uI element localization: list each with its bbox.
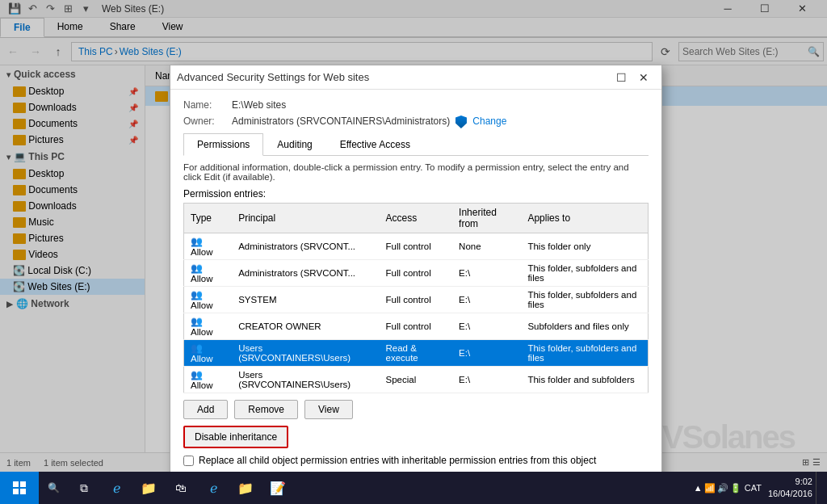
tray-speaker-icon: 🔊 [717,483,728,494]
shield-icon [455,116,467,128]
start-button[interactable] [0,472,39,504]
owner-label: Owner: [183,116,232,128]
dialog-title: Advanced Security Settings for Web sites [177,71,610,83]
tab-permissions[interactable]: Permissions [183,133,263,156]
taskbar-time[interactable]: 9:02 16/04/2016 [768,476,812,501]
add-button[interactable]: Add [183,400,228,419]
taskbar-task-view-btn[interactable]: ⧉ [68,472,100,504]
user-group-icon [191,369,204,380]
table-header-row: Type Principal Access Inherited from App… [184,204,649,233]
tab-auditing[interactable]: Auditing [263,133,325,156]
taskbar-explorer-btn[interactable]: 📁 [132,472,165,504]
view-button[interactable]: View [304,400,353,419]
dialog-action-buttons: Add Remove View [183,400,649,419]
dialog-close-btn[interactable]: ✕ [632,67,655,88]
col-inherited: Inherited from [452,204,521,233]
user-group-icon [191,236,204,247]
tray-battery-icon: 🔋 [730,483,741,494]
user-group-icon [191,316,204,327]
dialog-tabs: Permissions Auditing Effective Access [183,133,649,156]
dialog-description: For additional information, double-click… [183,162,649,182]
svg-rect-3 [20,489,26,494]
col-access: Access [379,204,452,233]
taskbar-search-btn[interactable]: 🔍 [39,472,68,504]
replace-checkbox[interactable] [183,456,194,466]
dialog-body: Name: E:\Web sites Owner: Administrators… [170,90,661,504]
language-indicator[interactable]: CAT [745,483,762,493]
advanced-security-dialog: Advanced Security Settings for Web sites… [170,65,662,504]
user-group-icon [191,342,204,354]
svg-rect-2 [13,489,19,494]
tray-icons: ▲ 📶 🔊 🔋 [694,483,741,494]
col-applies: Applies to [521,204,648,233]
owner-value: Administrators (SRVCONTAINERS\Administra… [232,116,649,128]
col-principal: Principal [232,204,379,233]
taskbar: 🔍 ⧉ ℯ 📁 🛍 ℯ 📁 📝 ▲ 📶 🔊 🔋 CAT 9:02 16/04/2… [0,472,827,504]
dialog-title-bar: Advanced Security Settings for Web sites… [170,65,661,90]
svg-rect-1 [20,481,26,487]
replace-checkbox-label: Replace all child object permission entr… [199,455,596,466]
permission-entries-label: Permission entries: [183,188,649,200]
name-label: Name: [183,99,232,111]
taskbar-tray: ▲ 📶 🔊 🔋 CAT 9:02 16/04/2016 [687,472,827,504]
taskbar-ie-btn[interactable]: ℯ [197,472,229,504]
windows-logo-icon [13,481,26,494]
tray-network-icon: 📶 [704,483,716,494]
tab-effective-access[interactable]: Effective Access [326,133,424,156]
taskbar-another-btn[interactable]: 📁 [229,472,262,504]
dialog-title-controls: ☐ ✕ [610,67,655,88]
dialog-maximize-btn[interactable]: ☐ [610,67,632,88]
table-row[interactable]: Allow Administrators (SRVCONT... Full co… [184,233,649,260]
taskbar-edge-btn[interactable]: ℯ [100,472,132,504]
user-group-icon [191,289,204,300]
dialog-name-row: Name: E:\Web sites [183,99,649,111]
table-row[interactable]: Allow Users (SRVCONTAINERS\Users) Specia… [184,367,649,393]
permission-table: Type Principal Access Inherited from App… [183,203,649,393]
taskbar-store-btn[interactable]: 🛍 [165,472,197,504]
taskbar-notes-btn[interactable]: 📝 [262,472,294,504]
user-group-icon [191,262,204,274]
col-type: Type [184,204,233,233]
table-row[interactable]: Allow SYSTEM Full control E:\ This folde… [184,287,649,313]
replace-checkbox-row: Replace all child object permission entr… [183,455,649,466]
change-link[interactable]: Change [472,116,506,127]
svg-rect-0 [13,481,19,487]
table-row[interactable]: Allow Administrators (SRVCONT... Full co… [184,260,649,287]
name-value: E:\Web sites [232,99,649,111]
table-row[interactable]: Allow Users (SRVCONTAINERS\Users) Read &… [184,340,649,367]
show-desktop-btn[interactable] [816,472,821,504]
disable-inheritance-button[interactable]: Disable inheritance [183,426,288,448]
dialog-owner-row: Owner: Administrators (SRVCONTAINERS\Adm… [183,116,649,128]
table-row[interactable]: Allow CREATOR OWNER Full control E:\ Sub… [184,313,649,340]
remove-button[interactable]: Remove [234,400,298,419]
tray-up-arrow[interactable]: ▲ [694,483,703,493]
